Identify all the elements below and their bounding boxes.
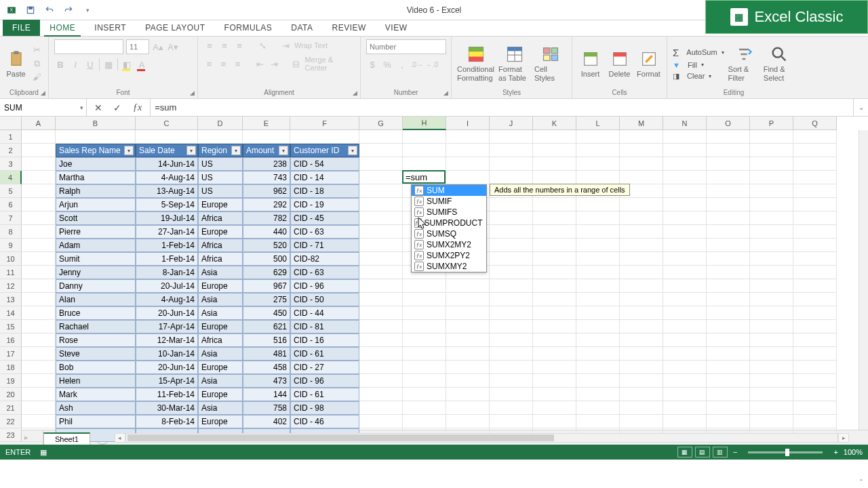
cell-G16[interactable]: [359, 333, 403, 347]
cell-Q14[interactable]: [793, 306, 837, 320]
table-cell[interactable]: 458: [243, 361, 290, 374]
cell-H17[interactable]: [403, 347, 446, 361]
cell-N1[interactable]: [663, 130, 707, 144]
cell-L17[interactable]: [576, 347, 620, 361]
cell-H1[interactable]: [403, 130, 446, 144]
cell-styles-button[interactable]: Cell Styles: [534, 45, 566, 81]
table-cell[interactable]: Asia: [198, 293, 243, 306]
zoom-in-icon[interactable]: +: [833, 448, 837, 456]
cell-M11[interactable]: [620, 266, 663, 279]
cell-N13[interactable]: [663, 293, 707, 306]
cell-O3[interactable]: [707, 157, 750, 171]
col-header-J[interactable]: J: [490, 117, 533, 130]
cell-H12[interactable]: [403, 279, 446, 293]
font-size-select[interactable]: [126, 39, 149, 54]
col-header-K[interactable]: K: [533, 117, 576, 130]
cell-O18[interactable]: [707, 361, 750, 374]
row-header-7[interactable]: 7: [0, 211, 22, 225]
cell-K2[interactable]: [533, 144, 576, 157]
view-normal-icon[interactable]: ▦: [677, 447, 692, 458]
cell-Q6[interactable]: [793, 198, 837, 211]
name-box[interactable]: SUM▾: [0, 99, 87, 116]
table-cell[interactable]: 11-Feb-14: [136, 388, 198, 401]
cell-P16[interactable]: [750, 333, 793, 347]
table-cell[interactable]: CID - 54: [290, 157, 359, 171]
row-header-20[interactable]: 20: [0, 388, 22, 401]
decrease-indent-icon[interactable]: ⇤: [254, 58, 266, 70]
cell-K4[interactable]: [533, 171, 576, 184]
cell-K14[interactable]: [533, 306, 576, 320]
cell-L9[interactable]: [576, 239, 620, 252]
table-cell[interactable]: Alan: [56, 293, 136, 306]
cell-O8[interactable]: [707, 225, 750, 239]
cell-A13[interactable]: [22, 293, 56, 306]
autocomplete-item[interactable]: ƒxSUMIFS: [412, 207, 486, 218]
table-cell[interactable]: 440: [243, 225, 290, 239]
cell-C1[interactable]: [136, 130, 198, 144]
cell-J11[interactable]: [490, 266, 533, 279]
cell-M10[interactable]: [620, 252, 663, 266]
table-cell[interactable]: 4-Aug-14: [136, 171, 198, 184]
cell-M3[interactable]: [620, 157, 663, 171]
table-header-1[interactable]: Sale Date▾: [136, 144, 198, 157]
table-cell[interactable]: CID - 50: [290, 293, 359, 306]
format-as-table-button[interactable]: Format as Table: [498, 45, 530, 81]
table-cell[interactable]: Ralph: [56, 184, 136, 198]
row-header-16[interactable]: 16: [0, 333, 22, 347]
table-cell[interactable]: 17-Apr-14: [136, 320, 198, 333]
cell-G12[interactable]: [359, 279, 403, 293]
cell-H18[interactable]: [403, 361, 446, 374]
table-cell[interactable]: 275: [243, 293, 290, 306]
cell-N16[interactable]: [663, 333, 707, 347]
cell-J9[interactable]: [490, 239, 533, 252]
cell-Q20[interactable]: [793, 388, 837, 401]
align-center-icon[interactable]: ≡: [218, 58, 229, 70]
cell-P9[interactable]: [750, 239, 793, 252]
table-cell[interactable]: 19-Jul-14: [136, 211, 198, 225]
table-cell[interactable]: CID-82: [290, 252, 359, 266]
cell-Q21[interactable]: [793, 401, 837, 415]
decrease-font-icon[interactable]: A▾: [167, 41, 179, 53]
col-header-I[interactable]: I: [446, 117, 490, 130]
format-cells-button[interactable]: Format: [636, 49, 661, 78]
tab-insert[interactable]: INSERT: [85, 20, 136, 36]
table-cell[interactable]: Europe: [198, 320, 243, 333]
cell-Q15[interactable]: [793, 320, 837, 333]
cell-A20[interactable]: [22, 388, 56, 401]
cell-Q11[interactable]: [793, 266, 837, 279]
cell-M8[interactable]: [620, 225, 663, 239]
autocomplete-item[interactable]: ƒxSUMIF: [412, 196, 486, 207]
table-cell[interactable]: CID - 46: [290, 415, 359, 428]
cell-H13[interactable]: [403, 293, 446, 306]
view-page-layout-icon[interactable]: ▤: [695, 447, 710, 458]
cell-Q5[interactable]: [793, 184, 837, 198]
cut-icon[interactable]: ✂: [31, 44, 43, 56]
row-header-12[interactable]: 12: [0, 279, 22, 293]
cell-P6[interactable]: [750, 198, 793, 211]
dialog-launcher-icon[interactable]: ◢: [353, 89, 357, 96]
cell-K20[interactable]: [533, 388, 576, 401]
cell-J14[interactable]: [490, 306, 533, 320]
col-header-M[interactable]: M: [620, 117, 663, 130]
table-header-3[interactable]: Amount▾: [243, 144, 290, 157]
sheet-tab-1[interactable]: Sheet1: [43, 432, 90, 445]
cell-H20[interactable]: [403, 388, 446, 401]
cell-O11[interactable]: [707, 266, 750, 279]
table-cell[interactable]: Europe: [198, 388, 243, 401]
redo-icon[interactable]: [62, 4, 75, 16]
cell-A17[interactable]: [22, 347, 56, 361]
cell-Q2[interactable]: [793, 144, 837, 157]
zoom-level[interactable]: 100%: [844, 448, 863, 456]
cell-N4[interactable]: [663, 171, 707, 184]
row-header-4[interactable]: 4: [0, 171, 22, 184]
cell-Q22[interactable]: [793, 415, 837, 428]
cell-Q13[interactable]: [793, 293, 837, 306]
cell-O1[interactable]: [707, 130, 750, 144]
table-cell[interactable]: CID - 63: [290, 225, 359, 239]
cell-I16[interactable]: [446, 333, 490, 347]
vertical-scrollbar[interactable]: [859, 130, 868, 430]
cell-Q19[interactable]: [793, 374, 837, 388]
active-cell-editor[interactable]: =sum: [402, 170, 446, 184]
merge-center-button[interactable]: Merge & Center: [304, 56, 355, 72]
cell-A18[interactable]: [22, 361, 56, 374]
